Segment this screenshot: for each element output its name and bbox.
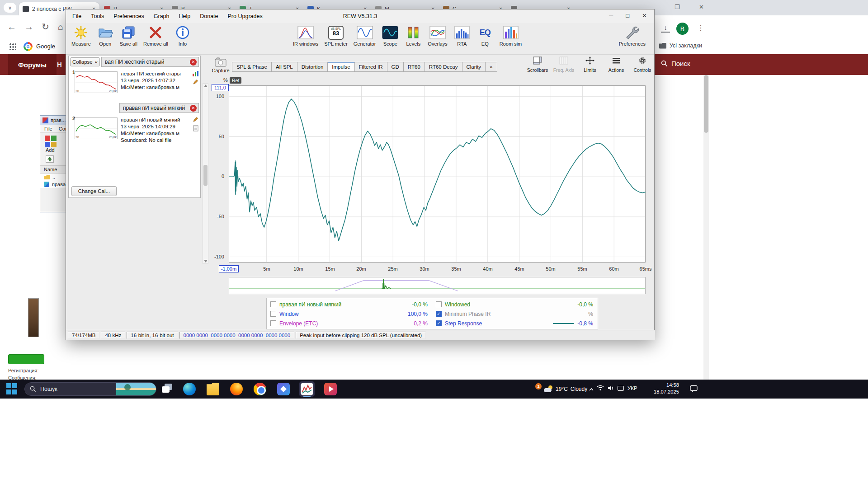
toolbar-roomsim-button[interactable]: Room sim	[498, 24, 524, 47]
clock[interactable]: 14:58 18.07.2025	[646, 382, 679, 395]
apps-grid-icon[interactable]	[9, 43, 16, 50]
rew-menu-tools[interactable]: Tools	[91, 13, 104, 19]
taskbar-app-edge[interactable]	[182, 381, 197, 397]
up-folder-button[interactable]	[46, 155, 54, 163]
home-icon[interactable]: ⌂	[58, 22, 63, 32]
volume-icon[interactable]	[607, 385, 614, 393]
rew-menu-help[interactable]: Help	[179, 13, 191, 19]
back-icon[interactable]: ←	[7, 22, 16, 32]
graph-tab-impulse[interactable]: Impulse	[327, 62, 354, 72]
all-bookmarks[interactable]: Усі закладки	[659, 42, 702, 49]
forum-search[interactable]: Поиск	[661, 60, 690, 67]
taskbar-app-firefox[interactable]	[229, 381, 244, 397]
graph-control-controls[interactable]: Controls	[632, 56, 653, 73]
rew-menu-preferences[interactable]: Preferences	[113, 13, 144, 19]
refresh-icon[interactable]: ↻	[42, 22, 49, 32]
toolbar-splmeter-button[interactable]: dB SPL83 SPL meter	[322, 24, 349, 47]
green-action-button[interactable]	[8, 354, 44, 364]
legend-checkbox[interactable]	[270, 311, 276, 317]
toolbar-measure-button[interactable]: Measure	[70, 24, 93, 47]
graph-tab-gd[interactable]: GD	[387, 62, 404, 72]
weather-widget[interactable]: 19°C Cloudy	[544, 380, 587, 399]
scrollbar-thumb[interactable]	[704, 75, 708, 133]
wifi-icon[interactable]	[597, 385, 604, 393]
toolbar-preferences-button[interactable]: Preferences	[617, 24, 647, 47]
graph-control-scrollbars[interactable]: Scrollbars	[527, 56, 548, 73]
collapse-button[interactable]: Collapse «	[70, 57, 100, 66]
change-cal-button[interactable]: Change Cal...	[71, 186, 117, 196]
nav-forums[interactable]: Форумы	[8, 54, 57, 75]
toolbar-open-button[interactable]: Open	[95, 24, 116, 47]
rew-menu-donate[interactable]: Donate	[200, 13, 218, 19]
measurement-item-1[interactable]: 1 20 20,0k левая ПИ жесткий стары 13 чер…	[69, 68, 200, 102]
rew-titlebar[interactable]: FileToolsPreferencesGraphHelpDonatePro U…	[66, 9, 654, 23]
mini-menu-file[interactable]: File	[44, 126, 52, 131]
step-response-plot[interactable]	[229, 85, 646, 263]
toolbar-irwindows-button[interactable]: IR windows	[291, 24, 320, 47]
tab-search-button[interactable]: ∨	[4, 3, 16, 13]
measurement-1-header-tab[interactable]: вая ПИ жесткий старый ✕	[101, 57, 199, 67]
hidden-icons-chevron[interactable]	[589, 385, 594, 393]
bookmark-google[interactable]: Google	[36, 43, 55, 50]
pencil-icon[interactable]	[193, 79, 198, 85]
graph-tab-distortion[interactable]: Distortion	[297, 62, 328, 72]
add-icon[interactable]	[45, 136, 57, 147]
graph-control-limits[interactable]: Limits	[580, 56, 600, 73]
graph-tab-all-spl[interactable]: All SPL	[271, 62, 297, 72]
graph-vertical-scrollbar[interactable]	[203, 83, 208, 264]
graph-tab-filtered-ir[interactable]: Filtered IR	[354, 62, 387, 72]
graph-tab-rt60[interactable]: RT60	[403, 62, 425, 72]
browser-menu-icon[interactable]: ⋮	[697, 23, 704, 32]
browser-restore-button[interactable]: ❐	[675, 4, 680, 10]
download-icon[interactable]: ↓	[661, 23, 670, 33]
legend-checkbox[interactable]: ✓	[436, 320, 442, 326]
legend-checkbox[interactable]	[270, 320, 276, 326]
task-view-button[interactable]	[162, 384, 174, 394]
minimize-button[interactable]: ─	[609, 12, 613, 19]
toolbar-generator-button[interactable]: Generator	[352, 24, 378, 47]
profile-avatar[interactable]: B	[676, 23, 689, 35]
toolbar-scope-button[interactable]: Scope	[380, 24, 401, 47]
taskbar-app-chrome[interactable]	[252, 381, 268, 397]
rew-menu-pro-upgrades[interactable]: Pro Upgrades	[228, 13, 263, 19]
start-button[interactable]	[6, 383, 18, 395]
taskbar-app-photos[interactable]	[276, 381, 291, 397]
forward-icon[interactable]: →	[24, 22, 33, 32]
graph-control-actions[interactable]: Actions	[606, 56, 627, 73]
measurement-item-2[interactable]: 2 20 20,0k правая пИ новый мягкий 13 чер…	[69, 114, 200, 156]
taskbar-app-rew[interactable]	[299, 381, 315, 397]
graph-tab-rt60-decay[interactable]: RT60 Decay	[425, 62, 462, 72]
toolbar-saveall-button[interactable]: Save all	[118, 24, 139, 47]
nav-partial-item[interactable]: Н	[57, 61, 62, 68]
toolbar-eq-button[interactable]: EQ EQ	[475, 24, 495, 47]
scroll-down-icon[interactable]	[204, 260, 208, 263]
scrollbar-thumb[interactable]	[203, 165, 208, 186]
page-scrollbar[interactable]	[703, 75, 709, 380]
impulse-overview-strip[interactable]	[229, 277, 646, 294]
pencil-icon[interactable]	[193, 117, 198, 122]
notification-center-icon[interactable]	[690, 385, 698, 394]
delete-measurement-icon[interactable]: ✕	[190, 105, 197, 112]
legend-checkbox[interactable]: ✓	[436, 311, 442, 317]
toolbar-rta-button[interactable]: RTA	[452, 24, 472, 47]
touch-keyboard-icon[interactable]	[618, 386, 624, 391]
measurement-2-header-tab[interactable]: правая пИ новый мягкий ✕	[119, 103, 199, 113]
close-button[interactable]: ✕	[642, 12, 647, 19]
legend-checkbox[interactable]	[436, 301, 442, 307]
graph-tab-item[interactable]: »	[485, 62, 497, 72]
maximize-button[interactable]: □	[626, 12, 629, 19]
search-highlight-image[interactable]	[116, 382, 156, 396]
legend-checkbox[interactable]	[270, 301, 276, 307]
rew-menu-file[interactable]: File	[72, 13, 81, 19]
graph-tab-clarity[interactable]: Clarity	[462, 62, 486, 72]
toolbar-info-button[interactable]: Info	[172, 24, 193, 47]
language-indicator[interactable]: УКР	[627, 385, 637, 391]
taskbar-app-media[interactable]	[323, 381, 338, 397]
taskbar-search[interactable]: Пошук	[24, 382, 156, 396]
toolbar-removeall-button[interactable]: Remove all	[142, 24, 170, 47]
graph-tab-spl-phase[interactable]: SPL & Phase	[232, 62, 272, 72]
browser-close-button[interactable]: ✕	[699, 4, 704, 10]
toolbar-levels-button[interactable]: Levels	[403, 24, 424, 47]
delete-measurement-icon[interactable]: ✕	[190, 59, 197, 66]
taskbar-app-explorer[interactable]	[205, 381, 221, 397]
